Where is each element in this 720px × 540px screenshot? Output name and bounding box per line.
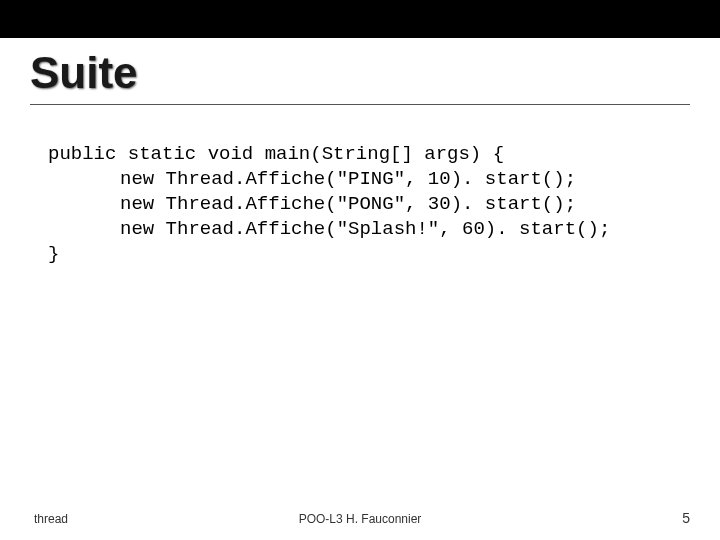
code-line-2: new Thread.Affiche("PING", 10). start(); bbox=[48, 168, 576, 190]
slide: Suite public static void main(String[] a… bbox=[0, 0, 720, 540]
code-line-5: } bbox=[48, 243, 59, 265]
code-line-4: new Thread.Affiche("Splash!", 60). start… bbox=[48, 218, 610, 240]
code-line-1: public static void main(String[] args) { bbox=[48, 143, 504, 165]
title-area: Suite bbox=[0, 38, 720, 105]
code-line-3: new Thread.Affiche("PONG", 30). start(); bbox=[48, 193, 576, 215]
slide-title: Suite bbox=[30, 48, 690, 98]
footer-page-number: 5 bbox=[682, 510, 690, 526]
top-band bbox=[0, 0, 720, 38]
code-block: public static void main(String[] args) {… bbox=[0, 105, 720, 293]
footer-center: POO-L3 H. Fauconnier bbox=[0, 512, 720, 526]
